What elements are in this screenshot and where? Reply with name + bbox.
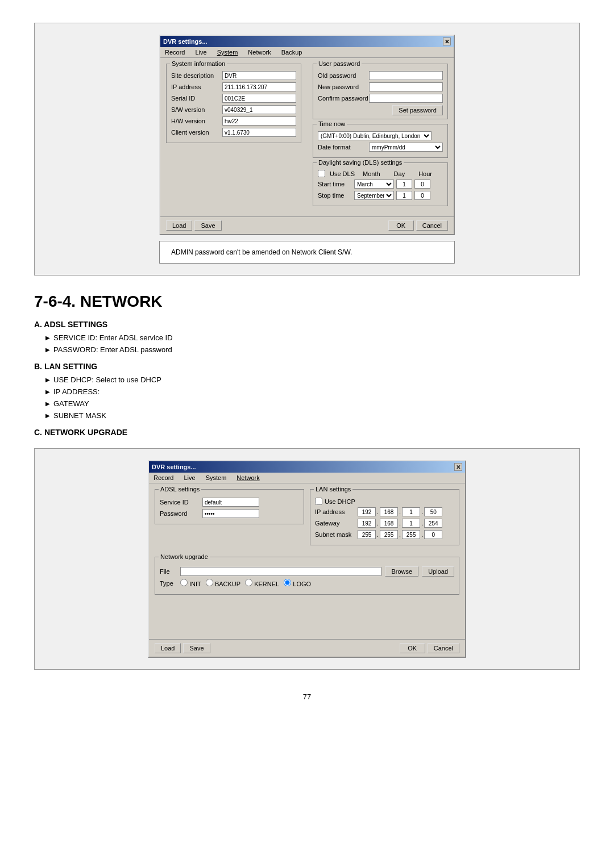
file-label: File — [160, 568, 177, 575]
ip-input[interactable] — [222, 82, 296, 91]
gw-1[interactable] — [358, 519, 376, 528]
close-button-net[interactable]: ✕ — [454, 463, 462, 471]
load-button-top[interactable]: Load — [166, 220, 192, 231]
net-menu-system[interactable]: System — [204, 474, 229, 482]
service-id-input[interactable] — [202, 498, 259, 507]
type-label: Type — [160, 580, 177, 587]
net-menu-network[interactable]: Network — [234, 474, 262, 482]
sn-4[interactable] — [424, 530, 442, 539]
sn-2[interactable] — [380, 530, 398, 539]
menu-record[interactable]: Record — [163, 48, 187, 56]
browse-button[interactable]: Browse — [385, 566, 418, 577]
gateway-text: GATEWAY — [53, 399, 89, 408]
titlebar-top: DVR settings... ✕ — [160, 36, 454, 47]
user-password-box: User password Old password New password — [313, 64, 448, 119]
ok-button-top[interactable]: OK — [388, 220, 414, 231]
upgrade-file-row: File Browse Upload — [160, 566, 454, 577]
lan-box: LAN settings Use DHCP IP address . — [310, 489, 459, 545]
section-a-heading: A. ADSL SETTINGS — [34, 320, 580, 329]
type-init-label: INIT — [180, 579, 201, 587]
window-title-top: DVR settings... — [163, 38, 208, 45]
set-password-button[interactable]: Set password — [392, 105, 443, 115]
menu-network[interactable]: Network — [246, 48, 273, 56]
client-input[interactable] — [222, 128, 296, 137]
new-pw-row: New password — [318, 82, 443, 91]
stop-day-input[interactable] — [396, 191, 412, 200]
user-password-label: User password — [317, 60, 362, 67]
net-menu-record[interactable]: Record — [151, 474, 176, 482]
net-content: ADSL settings Service ID Password — [149, 483, 465, 639]
menu-live[interactable]: Live — [193, 48, 209, 56]
upload-button[interactable]: Upload — [422, 566, 454, 577]
gw-3[interactable] — [402, 519, 420, 528]
start-month-select[interactable]: March — [354, 180, 394, 189]
type-kernel-radio[interactable] — [245, 579, 252, 586]
hw-input[interactable] — [222, 116, 296, 126]
adsl-pw-input[interactable] — [202, 509, 259, 518]
net-menu-live[interactable]: Live — [181, 474, 197, 482]
site-desc-input[interactable] — [222, 71, 296, 80]
bottom-screenshot: DVR settings... ✕ Record Live System Net… — [34, 448, 580, 670]
ip-address-text: IP ADDRESS: — [53, 387, 99, 396]
date-format-select[interactable]: mmyPmm/dd — [369, 143, 443, 152]
sn-1[interactable] — [358, 530, 376, 539]
adsl-col: ADSL settings Service ID Password — [155, 489, 304, 550]
footer-net: Load Save OK Cancel — [149, 639, 465, 657]
use-dls-checkbox[interactable] — [318, 170, 325, 177]
ip-2[interactable] — [380, 507, 398, 516]
client-label: Client version — [171, 129, 222, 136]
gw-4[interactable] — [424, 519, 442, 528]
page-number: 77 — [34, 692, 580, 701]
titlebar-net: DVR settings... ✕ — [149, 461, 465, 473]
start-day-input[interactable] — [396, 180, 412, 189]
ok-button-net[interactable]: OK — [400, 643, 425, 653]
save-button-net[interactable]: Save — [183, 643, 210, 653]
new-pw-input[interactable] — [369, 82, 443, 91]
subnet-inputs: . . . — [358, 530, 442, 539]
subnet-label: Subnet mask — [315, 531, 358, 538]
stop-month-select[interactable]: September — [354, 191, 394, 200]
menu-system[interactable]: System — [215, 48, 240, 56]
ip-3[interactable] — [402, 507, 420, 516]
load-button-net[interactable]: Load — [155, 643, 181, 653]
timezone-select[interactable]: (GMT+0:00) Dublin, Edinburgh, London — [318, 131, 432, 140]
admin-notice-text: ADMIN password can't be amended on Netwo… — [171, 248, 352, 256]
confirm-pw-input[interactable] — [369, 94, 443, 103]
type-logo-radio[interactable] — [284, 579, 291, 586]
ip-1[interactable] — [358, 507, 376, 516]
sw-label: S/W version — [171, 106, 222, 113]
serial-input[interactable] — [222, 94, 296, 103]
start-hour-input[interactable] — [414, 180, 430, 189]
type-init-radio[interactable] — [180, 579, 188, 586]
right-col: User password Old password New password — [313, 64, 448, 211]
menubar-net: Record Live System Network — [149, 473, 465, 483]
system-info-col: System information Site description IP a… — [166, 64, 301, 211]
save-button-top[interactable]: Save — [194, 220, 221, 231]
section-a-list: SERVICE ID: Enter ADSL service ID PASSWO… — [45, 333, 580, 354]
new-pw-label: New password — [318, 84, 369, 90]
network-upgrade-box: Network upgrade File Browse Upload Type … — [155, 557, 459, 595]
old-pw-input[interactable] — [369, 71, 443, 80]
site-desc-row: Site description — [171, 71, 296, 80]
ip-4[interactable] — [424, 507, 442, 516]
dvr-settings-window-top: DVR settings... ✕ Record Live System Net… — [159, 35, 455, 235]
hw-label: H/W version — [171, 118, 222, 124]
close-button-top[interactable]: ✕ — [443, 37, 451, 45]
adsl-password-item: PASSWORD: Enter ADSL password — [45, 345, 580, 354]
sw-input[interactable] — [222, 105, 296, 114]
start-time-label: Start time — [318, 181, 352, 187]
cancel-button-top[interactable]: Cancel — [416, 220, 448, 231]
type-radio-group: INIT BACKUP KERNEL LOGO — [180, 579, 311, 587]
sn-3[interactable] — [402, 530, 420, 539]
type-backup-radio[interactable] — [206, 579, 213, 586]
gw-2[interactable] — [380, 519, 398, 528]
system-info-label: System information — [170, 60, 227, 67]
use-dhcp-checkbox[interactable] — [315, 498, 322, 505]
adsl-service-id-item: SERVICE ID: Enter ADSL service ID — [45, 333, 580, 342]
use-dls-label: Use DLS — [330, 170, 355, 177]
file-input[interactable] — [180, 567, 381, 576]
stop-hour-input[interactable] — [414, 191, 430, 200]
cancel-button-net[interactable]: Cancel — [428, 643, 459, 653]
menu-backup[interactable]: Backup — [279, 48, 305, 56]
month-col-label: Month — [363, 170, 380, 177]
